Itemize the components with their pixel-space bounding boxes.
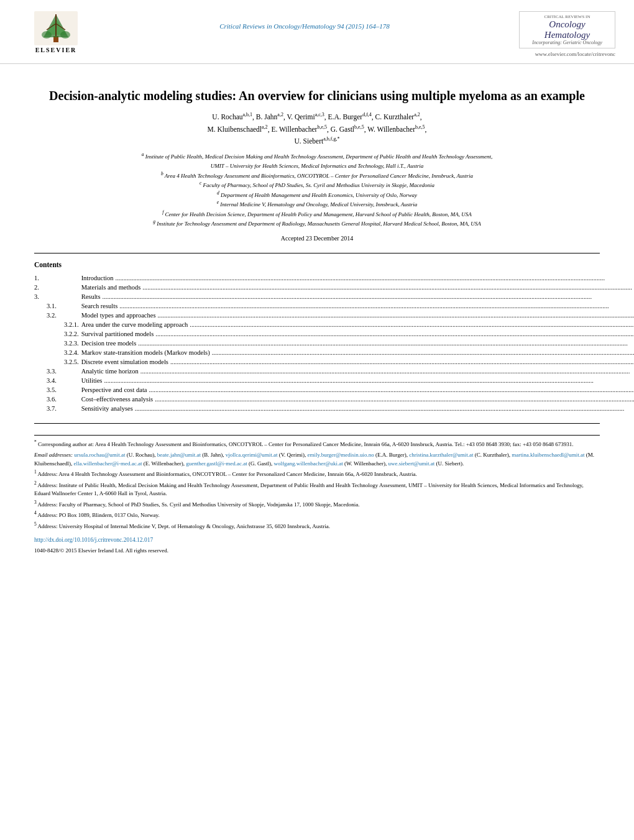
author-rochau: U. Rochaua,b,1: [212, 113, 252, 121]
footnote-3: 3 Address: Faculty of Pharmacy, School o…: [34, 501, 600, 509]
email-kurzthaler[interactable]: christina.kurzthaler@umit.at: [409, 452, 473, 458]
journal-logo-area: CRITICAL REVIEWS IN Oncology Hematology …: [516, 11, 615, 57]
toc-dots: ........................................…: [102, 377, 634, 384]
affiliation-e: e Internal Medicine V, Hematology and On…: [34, 201, 600, 209]
toc-row: 3.2.2.Survival partitioned models.......…: [34, 329, 634, 339]
email-siebert[interactable]: uwe.siebert@umit.at: [388, 460, 435, 467]
footnote-5: 5 Address: University Hospital of Intern…: [34, 523, 600, 531]
sup-kluibenschaedl: a,2: [262, 124, 268, 130]
toc-label-text: Survival partitioned models: [81, 331, 154, 337]
sup-jahn: a,2: [277, 112, 283, 117]
toc-label-text: Model types and approaches: [81, 312, 156, 319]
toc-num: 3.6.: [34, 395, 80, 404]
toc-label-cell: Survival partitioned models.............…: [80, 329, 634, 339]
journal-website: www.elsevier.com/locate/critrevonc: [535, 51, 615, 57]
affiliation-d: d Department of Health Management and He…: [34, 191, 600, 200]
toc-table: 1.Introduction..........................…: [34, 273, 634, 413]
divider-top: [34, 253, 600, 253]
divider-bottom: [34, 423, 600, 424]
toc-num: 3.2.4.: [34, 348, 80, 357]
email-burger[interactable]: emily.burger@medisin.uio.no: [308, 452, 374, 458]
doi-link[interactable]: http://dx.doi.org/10.1016/j.critrevonc.2…: [34, 536, 600, 544]
footnote-1: 1 Address: Area 4 Health Technology Asse…: [34, 470, 600, 479]
affiliation-a: a Institute of Public Health, Medical De…: [34, 153, 600, 162]
toc-dots: ........................................…: [114, 275, 634, 281]
journal-name: Critical Reviews in Oncology/Hematology …: [219, 22, 390, 30]
toc-row: 3.2.5.Discrete event simulation models..…: [34, 357, 634, 367]
author-jahn: B. Jahna,2: [256, 113, 283, 121]
toc-dots: ........................................…: [210, 349, 634, 356]
sup-burger: d,f,4: [362, 112, 372, 117]
elsevier-logo-area: ELSEVIER: [19, 11, 93, 53]
toc-num: 1.: [34, 273, 80, 283]
toc-label-cell: Sensitivity analyses....................…: [80, 404, 634, 413]
email-gastl[interactable]: guenther.gastl@i-med.ac.at: [186, 460, 247, 467]
affiliation-c: c Faculty of Pharmacy, School of PhD Stu…: [34, 181, 600, 190]
affiliations: a Institute of Public Health, Medical De…: [34, 153, 600, 229]
toc-row: 3.6.Cost–effectiveness analysis.........…: [34, 395, 634, 404]
affiliation-g: g Institute for Technology Assessment an…: [34, 220, 600, 229]
email-qerimi[interactable]: vjollca.qerimi@umit.at: [226, 452, 278, 458]
author-kurzthaler: C. Kurzthalera,2: [375, 113, 420, 121]
affiliation-a2: UMIT – University for Health Sciences, M…: [34, 162, 600, 171]
author-wwillenbacher: W. Willenbacherb,e,5: [367, 126, 425, 133]
toc-row: 3.1.Search results......................…: [34, 301, 634, 311]
toc-dots: ........................................…: [153, 396, 634, 403]
accepted-date: Accepted 23 December 2014: [34, 235, 600, 242]
toc-dots: ........................................…: [140, 284, 634, 291]
toc-label-text: Search results: [81, 303, 118, 309]
toc-label-text: Area under the curve modeling approach: [81, 321, 188, 328]
toc-dots: ........................................…: [147, 386, 634, 393]
sup-qerimi: a,c,3: [315, 112, 324, 117]
footnotes-section: * Corresponding author at: Area 4 Health…: [34, 435, 600, 555]
toc-num: 3.7.: [34, 404, 80, 413]
author-burger: E.A. Burgerd,f,4: [328, 113, 371, 121]
toc-num: 3.2.5.: [34, 357, 80, 367]
toc-label-cell: Decision tree models....................…: [80, 339, 634, 348]
toc-dots: ........................................…: [133, 405, 634, 412]
email-kluibenschaedl[interactable]: martina.kluibenschaedl@umit.at: [512, 452, 584, 458]
email-addresses: Email addresses: ursula.rochau@umit.at (…: [34, 451, 600, 468]
toc-label-text: Utilities: [81, 377, 103, 384]
toc-dots: ........................................…: [139, 368, 634, 375]
contents-heading: Contents: [34, 261, 600, 268]
toc-row: 3.2.Model types and approaches..........…: [34, 311, 634, 320]
toc-label-text: Perspective and cost data: [81, 386, 147, 393]
toc-label-cell: Search results..........................…: [80, 301, 634, 311]
toc-num: 3.4.: [34, 376, 80, 385]
svg-point-5: [60, 31, 70, 39]
toc-label-cell: Discrete event simulation models........…: [80, 357, 634, 367]
sup-siebert: a,b,f,g,*: [323, 136, 339, 142]
toc-row: 3.7.Sensitivity analyses................…: [34, 404, 634, 413]
toc-label-cell: Analytic time horizon...................…: [80, 367, 634, 376]
toc-label-cell: Cost–effectiveness analysis.............…: [80, 395, 634, 404]
email-jahn[interactable]: beate.jahn@umit.at: [157, 452, 201, 458]
toc-label-text: Cost–effectiveness analysis: [81, 396, 154, 403]
corresponding-author: * Corresponding author at: Area 4 Health…: [34, 441, 600, 449]
sup-rochau: a,b,1: [243, 112, 253, 117]
toc-label-text: Results: [81, 293, 101, 300]
author-qerimi: V. Qerimia,c,3: [287, 113, 324, 121]
copyright: 1040-8428/© 2015 Elsevier Ireland Ltd. A…: [34, 547, 600, 555]
affiliation-f: f Center for Health Decision Science, De…: [34, 211, 600, 219]
elsevier-tree-icon: [34, 11, 78, 45]
toc-dots: ........................................…: [188, 321, 634, 328]
author-siebert: U. Sieberta,b,f,g,*: [295, 137, 340, 145]
author-kluibenschaedl: M. Kluibenschaedla,2: [208, 126, 268, 133]
toc-row: 3.2.1.Area under the curve modeling appr…: [34, 320, 634, 329]
author-ewillenbacher: E. Willenbacherb,e,5: [271, 126, 327, 133]
email-ewillenbacher[interactable]: ella.willenbacher@i-med.ac.at: [73, 460, 142, 467]
toc-label-cell: Utilities...............................…: [80, 376, 634, 385]
email-rochau[interactable]: ursula.rochau@umit.at: [74, 452, 125, 458]
journal-name-area: Critical Reviews in Oncology/Hematology …: [93, 11, 516, 30]
toc-num: 3.1.: [34, 301, 80, 311]
sup-kurzthaler: a,2: [414, 112, 420, 117]
toc-row: 3.4.Utilities...........................…: [34, 376, 634, 385]
toc-label-cell: Introduction............................…: [80, 273, 634, 283]
svg-point-4: [42, 31, 52, 39]
toc-label-cell: Results.................................…: [80, 292, 634, 301]
elsevier-label: ELSEVIER: [35, 47, 77, 53]
email-wwillenbacher[interactable]: wolfgang.willenbacher@uki.at: [273, 460, 342, 467]
toc-label-cell: Perspective and cost data...............…: [80, 385, 634, 395]
toc-num: 3.2.2.: [34, 329, 80, 339]
